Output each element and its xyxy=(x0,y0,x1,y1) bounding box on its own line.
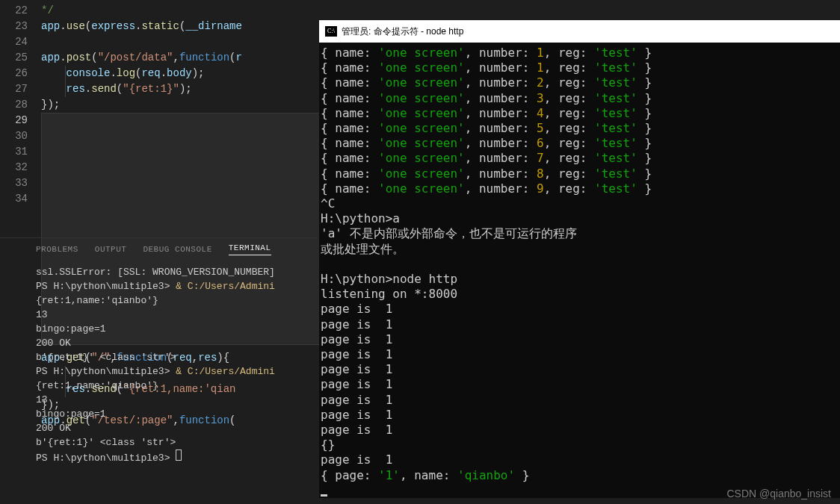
line-gutter: 22232425262728293031323334 xyxy=(0,0,41,235)
cmd-body[interactable]: { name: 'one screen', number: 1, reg: 't… xyxy=(319,43,840,501)
tab-debug-console[interactable]: DEBUG CONSOLE xyxy=(143,245,211,254)
cmd-titlebar[interactable]: C:\ 管理员: 命令提示符 - node http xyxy=(319,20,840,43)
tab-terminal[interactable]: TERMINAL xyxy=(229,243,271,255)
panel-tabs: PROBLEMS OUTPUT DEBUG CONSOLE TERMINAL xyxy=(0,237,318,260)
cmd-window[interactable]: C:\ 管理员: 命令提示符 - node http { name: 'one … xyxy=(319,20,840,498)
watermark: CSDN @qianbo_insist xyxy=(727,488,832,500)
tab-problems[interactable]: PROBLEMS xyxy=(36,245,78,254)
terminal-output[interactable]: ssl.SSLError: [SSL: WRONG_VERSION_NUMBER… xyxy=(36,265,320,465)
cmd-icon: C:\ xyxy=(325,26,337,37)
tab-output[interactable]: OUTPUT xyxy=(95,245,127,254)
cmd-title: 管理员: 命令提示符 - node http xyxy=(342,25,463,38)
